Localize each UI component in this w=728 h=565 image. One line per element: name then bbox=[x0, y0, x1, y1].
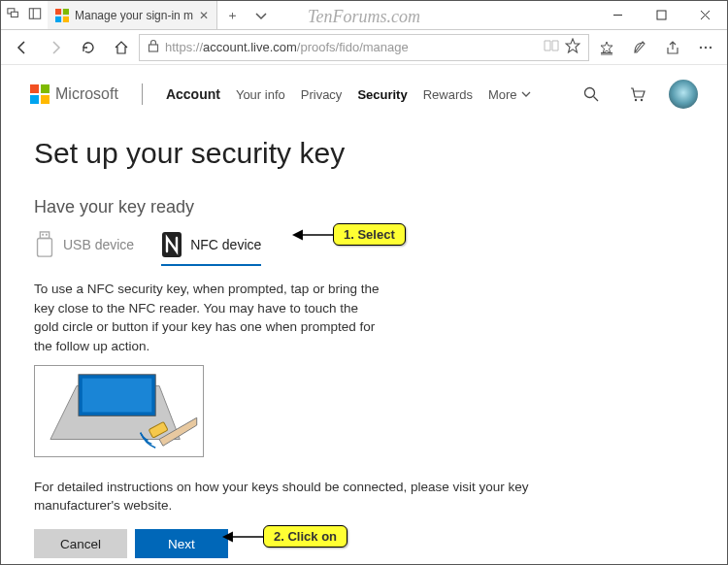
url-field[interactable]: https://account.live.com/proofs/fido/man… bbox=[139, 34, 589, 61]
tab-close-icon[interactable]: ✕ bbox=[199, 9, 209, 22]
nfc-illustration bbox=[34, 365, 204, 457]
svg-marker-40 bbox=[222, 531, 233, 542]
next-button[interactable]: Next bbox=[135, 529, 228, 558]
arrow-left-icon bbox=[222, 527, 263, 547]
browser-address-bar: https://account.live.com/proofs/fido/man… bbox=[1, 30, 727, 65]
tab-usb-device[interactable]: USB device bbox=[34, 231, 134, 264]
svg-rect-2 bbox=[29, 9, 40, 19]
svg-rect-20 bbox=[30, 95, 39, 104]
svg-rect-18 bbox=[30, 84, 39, 93]
svg-rect-7 bbox=[63, 16, 69, 21]
svg-point-25 bbox=[641, 99, 643, 101]
window-maximize-button[interactable] bbox=[640, 1, 683, 29]
svg-rect-6 bbox=[55, 16, 61, 21]
sidebar-toggle-icon[interactable] bbox=[28, 7, 42, 23]
site-header: Microsoft Account Your info Privacy Secu… bbox=[1, 65, 727, 119]
tab-preview-icon[interactable] bbox=[247, 1, 276, 29]
user-avatar[interactable] bbox=[669, 80, 698, 109]
nfc-description: To use a NFC security key, when prompted… bbox=[34, 280, 383, 355]
annotation-step-2: 2. Click on bbox=[222, 525, 347, 548]
svg-rect-27 bbox=[42, 234, 44, 236]
url-text: https://account.live.com/proofs/fido/man… bbox=[165, 40, 538, 54]
nav-back-button[interactable] bbox=[7, 32, 38, 63]
usb-icon bbox=[34, 231, 55, 258]
window-titlebar: Manage your sign-in m ✕ ＋ bbox=[1, 1, 727, 30]
annotation-step-1: 1. Select bbox=[292, 223, 406, 246]
page-title: Set up your security key bbox=[34, 137, 694, 170]
annotation-step-1-label: 1. Select bbox=[333, 223, 406, 246]
brand-text: Microsoft bbox=[55, 85, 118, 103]
nav-home-button[interactable] bbox=[106, 32, 137, 63]
annotation-step-2-label: 2. Click on bbox=[263, 525, 347, 548]
browser-tab[interactable]: Manage your sign-in m ✕ bbox=[48, 1, 217, 29]
svg-rect-5 bbox=[63, 9, 69, 15]
site-favicon-icon bbox=[55, 9, 69, 22]
svg-marker-38 bbox=[292, 229, 303, 240]
svg-point-15 bbox=[700, 46, 702, 48]
divider bbox=[142, 83, 143, 105]
nav-refresh-button[interactable] bbox=[73, 32, 104, 63]
favorites-list-icon[interactable] bbox=[591, 32, 622, 63]
window-close-button[interactable] bbox=[683, 1, 727, 29]
svg-line-23 bbox=[594, 97, 599, 102]
main-content: Set up your security key Have your key r… bbox=[1, 137, 727, 558]
nav-privacy[interactable]: Privacy bbox=[301, 87, 343, 102]
svg-rect-34 bbox=[83, 379, 152, 413]
svg-rect-21 bbox=[41, 95, 50, 104]
svg-point-24 bbox=[635, 99, 637, 101]
nav-your-info[interactable]: Your info bbox=[236, 87, 285, 102]
microsoft-brand[interactable]: Microsoft bbox=[30, 84, 118, 104]
svg-point-22 bbox=[585, 88, 595, 98]
nav-rewards[interactable]: Rewards bbox=[423, 87, 473, 102]
ink-notes-icon[interactable] bbox=[624, 32, 655, 63]
svg-rect-1 bbox=[11, 12, 17, 17]
new-tab-button[interactable]: ＋ bbox=[217, 1, 247, 29]
tab-nfc-label: NFC device bbox=[190, 237, 261, 252]
nfc-icon bbox=[161, 231, 182, 258]
lock-icon bbox=[148, 39, 159, 55]
header-cart-icon[interactable] bbox=[622, 79, 653, 110]
svg-rect-12 bbox=[149, 45, 158, 51]
account-heading[interactable]: Account bbox=[166, 86, 220, 102]
tab-usb-label: USB device bbox=[63, 237, 134, 252]
chevron-down-icon bbox=[521, 89, 531, 99]
tab-nfc-device[interactable]: NFC device bbox=[161, 231, 261, 266]
svg-rect-19 bbox=[41, 84, 50, 93]
nav-forward-button bbox=[40, 32, 71, 63]
more-menu-icon[interactable] bbox=[690, 32, 721, 63]
share-icon[interactable] bbox=[657, 32, 688, 63]
svg-point-17 bbox=[710, 46, 711, 48]
tab-title: Manage your sign-in m bbox=[75, 9, 193, 22]
page-subtitle: Have your key ready bbox=[34, 197, 694, 217]
button-row: Cancel Next bbox=[34, 529, 694, 558]
svg-point-16 bbox=[705, 46, 707, 48]
svg-rect-29 bbox=[38, 238, 52, 256]
microsoft-logo-icon bbox=[30, 84, 50, 104]
svg-rect-9 bbox=[657, 11, 666, 19]
task-view-icon[interactable] bbox=[7, 7, 20, 23]
nav-more[interactable]: More bbox=[488, 87, 531, 102]
header-search-icon[interactable] bbox=[576, 79, 607, 110]
nav-security[interactable]: Security bbox=[357, 87, 407, 102]
svg-rect-4 bbox=[55, 9, 61, 15]
svg-rect-26 bbox=[40, 232, 49, 239]
favorite-star-icon[interactable] bbox=[565, 38, 580, 56]
cancel-button[interactable]: Cancel bbox=[34, 529, 127, 558]
manufacturer-detail: For detailed instructions on how your ke… bbox=[34, 479, 597, 515]
arrow-left-icon bbox=[292, 225, 333, 245]
svg-rect-28 bbox=[46, 234, 48, 236]
window-minimize-button[interactable] bbox=[596, 1, 640, 29]
reading-view-icon[interactable] bbox=[544, 40, 559, 54]
